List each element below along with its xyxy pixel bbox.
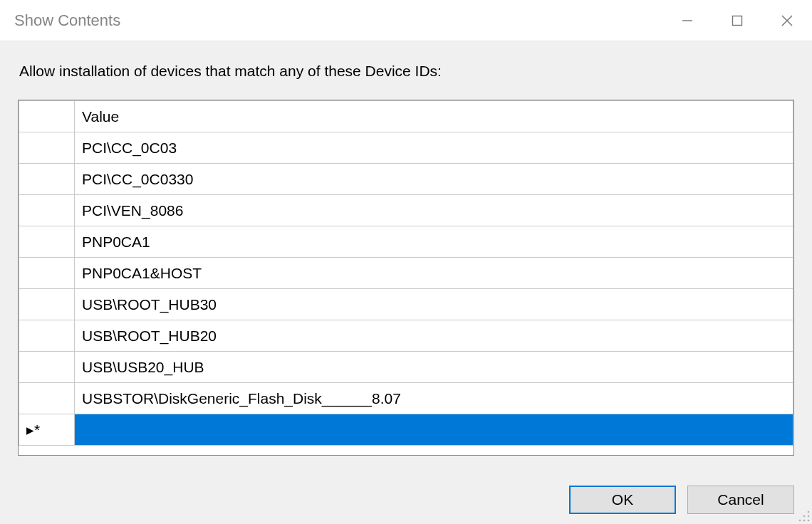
titlebar: Show Contents — [0, 0, 812, 41]
value-cell[interactable]: PCI\VEN_8086 — [75, 195, 793, 226]
row-header[interactable] — [19, 226, 75, 258]
client-area: Allow installation of devices that match… — [0, 41, 812, 524]
svg-point-9 — [799, 520, 801, 522]
value-cell[interactable]: USB\ROOT_HUB30 — [75, 289, 793, 320]
value-cell[interactable]: PNP0CA1&HOST — [75, 258, 793, 289]
minimize-button[interactable] — [662, 0, 712, 41]
table-row[interactable]: PCI\CC_0C03 — [19, 132, 793, 164]
row-header[interactable] — [19, 320, 75, 352]
row-header[interactable] — [19, 352, 75, 383]
window-title: Show Contents — [14, 11, 662, 30]
value-cell[interactable]: PCI\CC_0C03 — [75, 132, 793, 164]
row-header[interactable] — [19, 383, 75, 414]
table-row[interactable]: USB\ROOT_HUB20 — [19, 320, 793, 352]
svg-point-4 — [808, 511, 810, 513]
svg-rect-1 — [733, 16, 742, 25]
ok-button[interactable]: OK — [569, 486, 676, 514]
row-header[interactable] — [19, 132, 75, 164]
table-row[interactable]: PNP0CA1 — [19, 226, 793, 258]
svg-point-8 — [803, 520, 806, 522]
column-header-value[interactable]: Value — [75, 101, 793, 132]
table-row[interactable]: PNP0CA1&HOST — [19, 258, 793, 289]
svg-point-5 — [808, 515, 810, 518]
table-row[interactable]: USB\ROOT_HUB30 — [19, 289, 793, 320]
close-button[interactable] — [762, 0, 812, 41]
svg-point-6 — [803, 515, 806, 518]
row-header[interactable] — [19, 195, 75, 226]
dialog-footer: OK Cancel — [569, 486, 794, 514]
instruction-label: Allow installation of devices that match… — [18, 63, 794, 80]
table-row[interactable]: PCI\VEN_8086 — [19, 195, 793, 226]
table-row[interactable]: USBSTOR\DiskGeneric_Flash_Disk______8.07 — [19, 383, 793, 414]
table-row[interactable]: PCI\CC_0C0330 — [19, 164, 793, 195]
value-cell-new[interactable] — [75, 414, 793, 446]
cancel-button[interactable]: Cancel — [687, 486, 794, 514]
row-header[interactable] — [19, 164, 75, 195]
row-header[interactable] — [19, 258, 75, 289]
table-row-new[interactable]: ▸* — [19, 414, 793, 446]
value-cell[interactable]: USB\ROOT_HUB20 — [75, 320, 793, 352]
row-header-corner — [19, 101, 75, 132]
value-cell[interactable]: PNP0CA1 — [75, 226, 793, 258]
table-row[interactable]: USB\USB20_HUB — [19, 352, 793, 383]
value-cell[interactable]: USBSTOR\DiskGeneric_Flash_Disk______8.07 — [75, 383, 793, 414]
new-row-indicator-icon[interactable]: ▸* — [19, 414, 75, 446]
value-cell[interactable]: PCI\CC_0C0330 — [75, 164, 793, 195]
svg-point-7 — [808, 520, 810, 522]
value-cell[interactable]: USB\USB20_HUB — [75, 352, 793, 383]
values-grid[interactable]: Value PCI\CC_0C03 PCI\CC_0C0330 PCI\VEN_… — [18, 100, 794, 456]
resize-grip-icon[interactable] — [798, 510, 811, 523]
row-header[interactable] — [19, 289, 75, 320]
maximize-button[interactable] — [712, 0, 762, 41]
